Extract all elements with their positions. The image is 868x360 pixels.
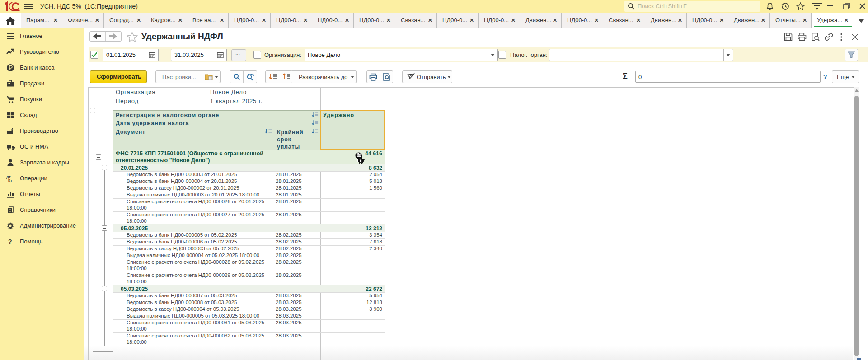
svg-text:Кт: Кт <box>8 178 12 182</box>
svg-text:?: ? <box>8 238 12 245</box>
